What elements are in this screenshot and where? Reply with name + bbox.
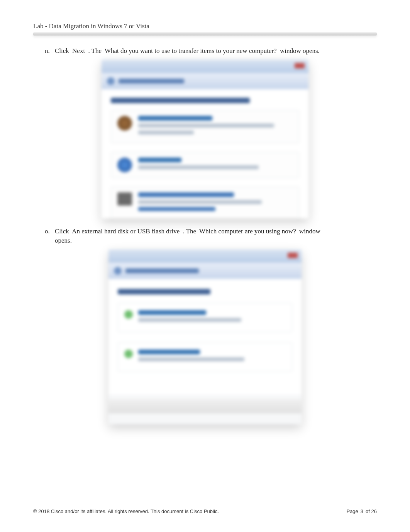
window-name: Which computer are you using now?	[199, 228, 298, 235]
step-marker: n.	[45, 46, 55, 56]
copyright-text: © 2018 Cisco and/or its affiliates. All …	[33, 508, 219, 514]
network-icon	[117, 158, 132, 172]
document-page: Lab - Data Migration in Windows 7 or Vis…	[0, 0, 410, 532]
option-text	[138, 350, 286, 364]
step-marker: o.	[45, 227, 55, 246]
option-old-computer	[118, 342, 292, 372]
document-title: Lab - Data Migration in Windows 7 or Vis…	[33, 22, 377, 30]
screenshot-which-computer	[108, 250, 302, 424]
page-label: Page	[346, 508, 358, 514]
drive-icon	[117, 192, 132, 206]
page-current: 3	[361, 508, 363, 514]
window-footer	[108, 399, 302, 413]
option-text	[138, 192, 293, 214]
screenshot-2-container	[33, 250, 377, 424]
page-footer: © 2018 Cisco and/or its affiliates. All …	[33, 508, 377, 514]
back-icon	[107, 77, 115, 85]
arrow-icon	[124, 350, 133, 358]
option-desc-placeholder	[138, 124, 274, 127]
option-desc-placeholder	[138, 200, 262, 204]
option-desc-placeholder	[138, 318, 241, 322]
ui-label-external-drive: An external hard disk or USB flash drive	[72, 228, 181, 235]
option-text	[138, 310, 286, 325]
option-text	[138, 116, 293, 138]
option-external-drive	[111, 187, 299, 218]
window-body	[108, 279, 302, 395]
back-icon	[114, 267, 122, 275]
arrow-icon	[124, 310, 133, 319]
text: Click	[55, 47, 71, 54]
cable-icon	[117, 116, 132, 131]
close-icon	[295, 63, 305, 68]
text: Click	[55, 228, 71, 235]
option-desc-placeholder	[138, 207, 215, 211]
option-desc-placeholder	[138, 165, 259, 169]
window-name: What do you want to use to transfer item…	[105, 47, 278, 54]
text: opens.	[55, 237, 73, 244]
text: window	[299, 228, 322, 235]
window-header	[108, 263, 302, 279]
step-n: n. Click Next . The What do you want to …	[45, 46, 377, 56]
option-title-placeholder	[138, 192, 234, 197]
step-body: Click An external hard disk or USB flash…	[55, 227, 377, 246]
page-of: of 26	[366, 508, 377, 514]
ui-label-next: Next	[72, 47, 86, 54]
option-title-placeholder	[138, 310, 206, 315]
step-body: Click Next . The What do you want to use…	[55, 46, 377, 56]
header-text-placeholder	[125, 269, 199, 273]
option-text	[138, 158, 293, 172]
screenshot-1-container	[33, 60, 377, 218]
window-header	[102, 73, 308, 89]
question-heading-placeholder	[111, 98, 250, 103]
option-easy-transfer-cable	[111, 110, 299, 143]
option-desc-placeholder	[138, 131, 194, 134]
option-network	[111, 152, 299, 178]
window-body	[102, 89, 308, 218]
question-heading-placeholder	[118, 289, 210, 294]
option-title-placeholder	[138, 116, 212, 121]
window-titlebar	[102, 60, 308, 73]
text: . The	[88, 47, 103, 54]
page-number: Page 3 of 26	[346, 508, 377, 514]
option-title-placeholder	[138, 350, 200, 354]
close-icon	[288, 253, 298, 258]
option-new-computer	[118, 303, 292, 332]
option-desc-placeholder	[138, 357, 244, 361]
text: . The	[183, 228, 198, 235]
screenshot-transfer-method	[102, 60, 308, 218]
title-divider	[33, 32, 377, 36]
header-text-placeholder	[119, 79, 184, 83]
window-titlebar	[108, 250, 302, 263]
option-title-placeholder	[138, 158, 181, 162]
step-o: o. Click An external hard disk or USB fl…	[45, 227, 377, 246]
text: window opens.	[280, 47, 321, 54]
